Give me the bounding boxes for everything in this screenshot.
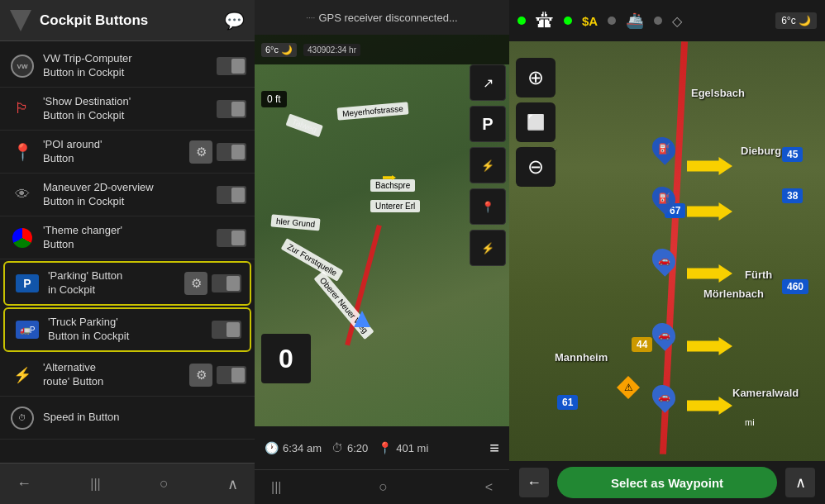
pin-icon: 📍 xyxy=(378,441,392,454)
map-parking-button[interactable]: P xyxy=(470,106,506,142)
construction-sign: ⚠ xyxy=(617,376,640,399)
item-controls: ⚙ xyxy=(184,272,241,295)
dots-icon: ···· xyxy=(306,13,315,22)
item-label: Maneuver 2D-overviewButton in Cockpit xyxy=(43,181,217,209)
status-dot-4 xyxy=(654,17,662,25)
item-label: 'Alternativeroute' Button xyxy=(43,361,189,389)
road-label-forstquelle: Zur Forstquelle xyxy=(281,238,344,282)
home-button[interactable]: ○ xyxy=(379,478,388,496)
left-header: Cockpit Buttons 💬 xyxy=(0,0,255,41)
city-kameralwald: Kameralwald xyxy=(732,387,799,399)
list-item: 'Theme changer'Button xyxy=(0,216,255,259)
chat-icon[interactable]: 💬 xyxy=(224,11,245,31)
clock-icon: 🕐 xyxy=(265,441,279,454)
yellow-arrow-2 xyxy=(687,202,732,221)
city-furth: Fürth xyxy=(745,269,772,281)
zoom-out-button[interactable]: ⊖ xyxy=(516,147,556,187)
toggle-button[interactable] xyxy=(217,366,246,384)
gear-button[interactable]: ⚙ xyxy=(189,364,212,387)
road-badge-61: 61 xyxy=(557,395,578,410)
gear-button[interactable]: ⚙ xyxy=(184,272,207,295)
toggle-button[interactable] xyxy=(217,186,246,204)
odometer-badge: 430902:34 hr xyxy=(303,44,360,56)
list-item: 📍 'POI around'Button ⚙ xyxy=(0,131,255,174)
car-pin-2: 🚗 xyxy=(647,318,680,351)
road-badge-45: 45 xyxy=(782,147,803,162)
item-label: VW Trip-ComputerButton in Cockpit xyxy=(43,52,217,80)
time-info: 🕐 6:34 am xyxy=(265,441,322,454)
middle-footer: ||| ○ < xyxy=(255,469,509,504)
distance-info: 📍 401 mi xyxy=(378,441,428,454)
duration-value: 6:20 xyxy=(347,442,368,454)
map-route2-button[interactable]: ⚡ xyxy=(470,147,506,183)
temperature-right: 6°c 🌙 xyxy=(775,12,817,29)
map-area[interactable]: 6°c 🌙 430902:34 hr 0 ft Talweg Meyerhofs… xyxy=(255,35,509,426)
back-arrow-icon[interactable] xyxy=(10,10,31,31)
duration-info: ⏱ 6:20 xyxy=(331,441,368,454)
road-label-meyerhof: Meyerhofstrasse xyxy=(337,102,409,120)
color-icon xyxy=(8,224,36,252)
yellow-arrow-3 xyxy=(687,264,732,283)
toggle-button[interactable] xyxy=(217,100,246,118)
right-header: 🛣 $A 🚢 ◇ 6°c 🌙 xyxy=(509,0,825,41)
moon-icon: 🌙 xyxy=(281,45,293,55)
map-locate-button[interactable]: 📍 xyxy=(470,188,506,225)
status-dot-3 xyxy=(608,17,616,25)
navigation-triangle xyxy=(354,311,370,327)
temperature-badge: 6°c 🌙 xyxy=(261,43,297,57)
toggle-button[interactable] xyxy=(217,229,246,247)
flag-icon: 🏳 xyxy=(8,95,36,123)
road-label-hler-grund: hler Grund xyxy=(270,214,320,231)
menu-button[interactable]: ≡ xyxy=(489,439,499,458)
toggle-button[interactable] xyxy=(217,143,246,161)
select-waypoint-button[interactable]: Select as Waypoint xyxy=(557,467,777,498)
back-button[interactable]: < xyxy=(485,480,493,495)
km-label: mi xyxy=(745,417,755,427)
speed-icon: ⏱ xyxy=(8,404,36,432)
gear-button[interactable]: ⚙ xyxy=(189,140,212,164)
truck-parking-item: 🚛P 'Truck Parking'Button in Cockpit xyxy=(3,307,251,352)
zoom-in-button[interactable]: ⊕ xyxy=(516,58,556,97)
city-dieburg: Dieburg xyxy=(741,145,781,157)
item-controls xyxy=(217,57,246,75)
panel-title: Cockpit Buttons xyxy=(40,12,224,29)
time-value: 6:34 am xyxy=(283,442,322,454)
eye-icon: 👁 xyxy=(8,181,36,209)
middle-panel: ···· GPS receiver disconnected... 6°c 🌙 … xyxy=(255,0,509,504)
gps-status-bar: ···· GPS receiver disconnected... xyxy=(255,0,509,35)
toggle-button[interactable] xyxy=(217,57,246,75)
poi-icon: 📍 xyxy=(8,138,36,166)
yellow-arrow-5 xyxy=(687,397,732,415)
map-flash-button[interactable]: ⚡ xyxy=(470,230,506,266)
status-dot-2 xyxy=(564,17,572,25)
road-label-unterer: Unterer Erl xyxy=(370,200,420,212)
yellow-arrow-4 xyxy=(687,337,732,355)
truck-parking-icon: 🚛P xyxy=(13,316,41,344)
item-controls: ⚙ xyxy=(189,364,246,387)
road-label-bachspr: Bachspre xyxy=(370,179,415,192)
home-icon[interactable]: ||| xyxy=(90,477,100,492)
back-button-right[interactable]: ← xyxy=(519,468,549,497)
item-label: 'Truck Parking'Button in Cockpit xyxy=(48,316,212,344)
chevron-up-button[interactable]: ∧ xyxy=(785,468,815,497)
right-map[interactable]: ⊕ ⬜ ⊖ Egelsbach Trebur Dieburg Fürth Mör… xyxy=(509,41,825,461)
map-route-button[interactable]: ↗ xyxy=(470,64,506,101)
city-egelsbach: Egelsbach xyxy=(691,87,745,99)
bars-icon[interactable]: ||| xyxy=(271,480,281,495)
bottom-info-bar: 🕐 6:34 am ⏱ 6:20 📍 401 mi ≡ xyxy=(255,426,509,469)
distance-badge: 0 ft xyxy=(261,91,287,107)
item-controls xyxy=(217,186,246,204)
item-controls xyxy=(217,100,246,118)
frame-button[interactable]: ⬜ xyxy=(516,102,556,142)
circle-button[interactable]: ○ xyxy=(160,475,169,492)
right-panel: 🛣 $A 🚢 ◇ 6°c 🌙 ⊕ ⬜ ⊖ Egelsbach Trebur Di… xyxy=(509,0,825,504)
menu-items-list: VW Trip-ComputerButton in Cockpit 🏳 'Sho… xyxy=(0,41,255,463)
up-button[interactable]: ∧ xyxy=(227,475,238,493)
left-panel: Cockpit Buttons 💬 VW Trip-ComputerButton… xyxy=(0,0,255,504)
back-button[interactable]: ← xyxy=(17,475,31,492)
map-sidebar: ↗ P ⚡ 📍 ⚡ xyxy=(466,35,509,426)
toggle-button[interactable] xyxy=(212,274,241,292)
alt-route-icon: ⚡ xyxy=(8,361,36,389)
toggle-button[interactable] xyxy=(212,321,241,339)
item-label: 'Show Destination'Button in Cockpit xyxy=(43,95,217,123)
